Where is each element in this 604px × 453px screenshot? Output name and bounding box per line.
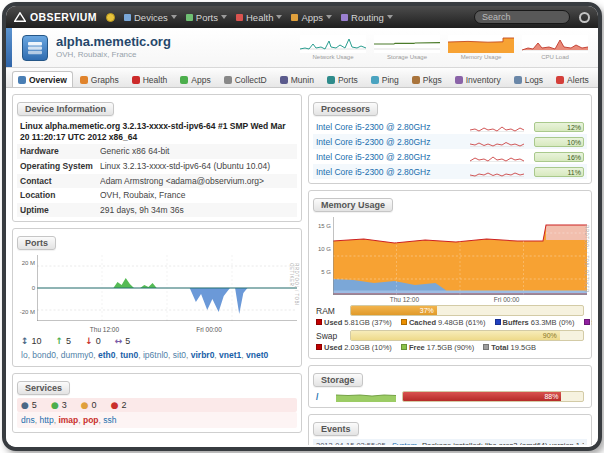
y-axis-label: 15 G bbox=[313, 223, 331, 229]
panel-title: Device Information bbox=[17, 102, 114, 116]
ram-usage-fill: 37% bbox=[351, 306, 437, 315]
tab-label: Graphs bbox=[91, 75, 119, 85]
swap-row: Swap 90% bbox=[313, 329, 587, 342]
count-value: 10 bbox=[32, 336, 42, 346]
info-label: Location bbox=[20, 190, 100, 201]
port-link-eth0[interactable]: eth0 bbox=[98, 350, 120, 360]
info-row-os: Operating SystemLinux 3.2.13-xxxx-std-ip… bbox=[17, 159, 297, 174]
service-link-pop[interactable]: pop bbox=[83, 415, 103, 425]
sysdescr-text: Linux alpha.memetic.org 3.2.13-xxxx-std-… bbox=[17, 119, 297, 144]
chevron-down-icon bbox=[326, 15, 332, 19]
legend-swatch bbox=[401, 344, 407, 350]
server-icon bbox=[22, 35, 48, 61]
minigraph-cpu[interactable]: CPU Load bbox=[522, 35, 588, 60]
updown-arrow-icon: ↕ bbox=[21, 336, 29, 346]
minigraph-memory[interactable]: Memory Usage bbox=[448, 35, 514, 60]
settings-icon[interactable] bbox=[579, 12, 590, 23]
ports-icon bbox=[186, 14, 193, 21]
processor-link[interactable]: Intel Core i5-2300 @ 2.80GHz bbox=[316, 137, 464, 147]
tab-label: Munin bbox=[291, 75, 314, 85]
port-link-ip6tnl0[interactable]: ip6tnl0 bbox=[143, 350, 173, 360]
tab-health[interactable]: Health bbox=[126, 71, 174, 87]
legend-value: 2.03GB (10%) bbox=[344, 343, 392, 352]
port-link-virbr0[interactable]: virbr0 bbox=[191, 350, 219, 360]
tab-alerts[interactable]: Alerts bbox=[550, 71, 595, 87]
service-warning-icon: ● bbox=[81, 400, 89, 410]
processor-link[interactable]: Intel Core i5-2300 @ 2.80GHz bbox=[316, 167, 464, 177]
storage-usage-bar: 88% bbox=[402, 391, 584, 402]
device-information-panel: Device Information Linux alpha.memetic.o… bbox=[12, 94, 302, 222]
port-link-lo[interactable]: lo bbox=[21, 350, 32, 360]
menu-apps[interactable]: Apps bbox=[291, 12, 332, 23]
ping-icon bbox=[371, 76, 379, 84]
legend-item-free: Free17.5GB (90%) bbox=[401, 343, 474, 352]
swap-usage-fill: 90% bbox=[351, 331, 560, 340]
service-link-http[interactable]: http bbox=[39, 415, 58, 425]
legend-item-cached: Cached9.48GB (61%) bbox=[401, 318, 486, 327]
info-value: Adam Armstrong <adama@observium.org> bbox=[100, 176, 294, 187]
processor-link[interactable]: Intel Core i5-2300 @ 2.80GHz bbox=[316, 122, 464, 132]
tab-logs[interactable]: Logs bbox=[508, 71, 549, 87]
mount-link[interactable]: / bbox=[316, 392, 330, 402]
ports-panel: Ports 20 M 0 -20 M bbox=[12, 228, 302, 367]
tab-collectd[interactable]: CollectD bbox=[218, 71, 273, 87]
count-value: 5 bbox=[66, 336, 71, 346]
ports-graph[interactable]: 20 M 0 -20 M bbox=[17, 255, 297, 325]
tab-label: Ports bbox=[338, 75, 358, 85]
panel-title: Memory Usage bbox=[313, 198, 393, 212]
menu-ports[interactable]: Ports bbox=[186, 12, 227, 23]
tab-inventory[interactable]: Inventory bbox=[449, 71, 507, 87]
minigraph-storage[interactable]: Storage Usage bbox=[374, 35, 440, 60]
menu-health[interactable]: Health bbox=[236, 12, 282, 23]
port-link-vnet1[interactable]: vnet1 bbox=[219, 350, 246, 360]
ram-legend: Used5.81GB (37%) Cached9.48GB (61%) Buff… bbox=[313, 317, 587, 329]
down-arrow-icon: ↓ bbox=[85, 336, 93, 346]
event-entity-link[interactable]: System bbox=[392, 441, 422, 445]
minigraph-network[interactable]: Network Usage bbox=[300, 35, 366, 60]
service-link-dns[interactable]: dns bbox=[21, 415, 39, 425]
port-link-vnet0[interactable]: vnet0 bbox=[246, 350, 268, 360]
tab-label: Pkgs bbox=[423, 75, 442, 85]
tab-label: Apps bbox=[191, 75, 210, 85]
tab-pkgs[interactable]: Pkgs bbox=[406, 71, 448, 87]
y-axis-label: 5 G bbox=[313, 269, 331, 275]
cpu-usage-percent: 12% bbox=[567, 123, 581, 132]
search-input[interactable] bbox=[474, 10, 570, 24]
menu-devices[interactable]: Devices bbox=[124, 12, 177, 23]
tab-ping[interactable]: Ping bbox=[365, 71, 405, 87]
memory-graph[interactable]: 15 G 10 G 5 G bbox=[313, 217, 587, 295]
tab-apps[interactable]: Apps bbox=[174, 71, 216, 87]
legend-item-used: Used5.81GB (37%) bbox=[316, 318, 392, 327]
processor-link[interactable]: Intel Core i5-2300 @ 2.80GHz bbox=[316, 152, 464, 162]
service-link-imap[interactable]: imap bbox=[58, 415, 83, 425]
port-link-dummy0[interactable]: dummy0 bbox=[61, 350, 98, 360]
x-axis-label: Fri 00:00 bbox=[494, 296, 520, 303]
storage-panel: Storage / 88% bbox=[308, 365, 592, 408]
panel-title: Processors bbox=[313, 102, 378, 116]
panel-title: Ports bbox=[17, 236, 56, 250]
health-tab-icon bbox=[132, 76, 140, 84]
cpu-usage-bar: 16% bbox=[534, 152, 584, 162]
munin-icon bbox=[280, 76, 288, 84]
event-message: Package installed: libc-ares2 (amd64) ve… bbox=[422, 441, 584, 445]
service-count-down: ●2 bbox=[111, 400, 127, 410]
port-link-bond0[interactable]: bond0 bbox=[32, 350, 60, 360]
legend-swatch bbox=[316, 344, 322, 350]
port-link-tun0[interactable]: tun0 bbox=[120, 350, 143, 360]
service-link-ssh[interactable]: ssh bbox=[103, 415, 116, 425]
service-list: dnshttpimappopssh bbox=[17, 412, 297, 428]
count-value: 5 bbox=[32, 400, 37, 410]
apps-tab-icon bbox=[180, 76, 188, 84]
tab-label: Alerts bbox=[567, 75, 589, 85]
tab-munin[interactable]: Munin bbox=[274, 71, 320, 87]
memory-usage-panel: Memory Usage 15 G 10 G 5 G bbox=[308, 190, 592, 359]
tab-graphs[interactable]: Graphs bbox=[74, 71, 125, 87]
device-hostname[interactable]: alpha.memetic.org bbox=[56, 35, 171, 50]
services-panel: Services ●5 ●3 ●0 ●2 dnshttpimappopssh bbox=[12, 373, 302, 433]
tab-ports[interactable]: Ports bbox=[321, 71, 364, 87]
port-link-sit0[interactable]: sit0 bbox=[173, 350, 191, 360]
tab-overview[interactable]: Overview bbox=[12, 71, 73, 87]
menu-routing[interactable]: Routing bbox=[341, 12, 393, 23]
observium-logo[interactable]: OBSERVIUM bbox=[14, 11, 97, 23]
legend-item-shared: Shared0B (0%) bbox=[584, 318, 592, 327]
